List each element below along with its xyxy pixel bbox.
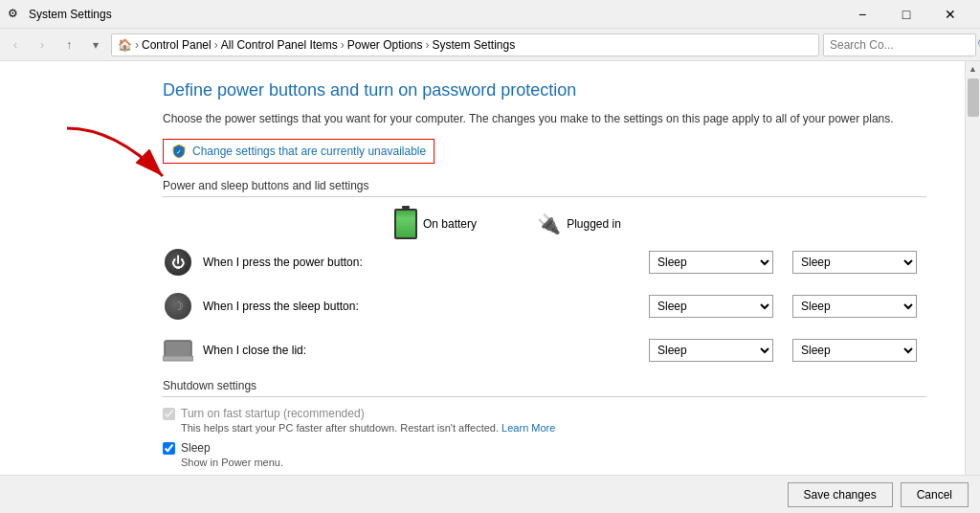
plug-icon: 🔌 (537, 212, 561, 235)
window-icon: ⚙ (8, 7, 23, 22)
sleep-plugged-dropdown[interactable]: Sleep Hibernate Shut down Do nothing (792, 295, 917, 318)
fast-startup-checkbox[interactable] (163, 408, 175, 420)
sleep-button-icon: ☽ (163, 291, 193, 322)
sleep-battery-dropdown[interactable]: Sleep Hibernate Shut down Do nothing (649, 295, 773, 318)
bottom-bar: Save changes Cancel (0, 475, 980, 513)
content-area: Define power buttons and turn on passwor… (0, 61, 965, 513)
lid-battery-cell: Sleep Hibernate Shut down Do nothing (639, 339, 783, 362)
scrollbar[interactable]: ▲ ▼ (965, 61, 980, 513)
plugged-in-header: 🔌 Plugged in (507, 209, 651, 239)
power-sleep-heading: Power and sleep buttons and lid settings (163, 179, 926, 197)
plugged-in-label: Plugged in (567, 217, 621, 231)
title-bar: ⚙ System Settings − □ ✕ (0, 0, 980, 29)
power-battery-cell: Sleep Hibernate Shut down Do nothing (639, 251, 783, 274)
power-plugged-cell: Sleep Hibernate Shut down Do nothing (783, 251, 926, 274)
sleep-plugged-cell: Sleep Hibernate Shut down Do nothing (783, 295, 926, 318)
laptop-lid-icon (163, 337, 193, 364)
breadcrumb-system-settings: System Settings (432, 38, 515, 52)
recent-button[interactable]: ▾ (84, 33, 107, 56)
breadcrumb: 🏠 › Control Panel › All Control Panel It… (111, 33, 819, 56)
sleep-shutdown-label: Sleep (181, 441, 211, 455)
lid-plugged-dropdown[interactable]: Sleep Hibernate Shut down Do nothing (792, 339, 917, 362)
learn-more-link[interactable]: Learn More (501, 422, 555, 434)
power-plugged-dropdown[interactable]: Sleep Hibernate Shut down Do nothing (792, 251, 917, 274)
breadcrumb-icon: 🏠 (118, 38, 132, 52)
scroll-up-arrow[interactable]: ▲ (966, 61, 981, 77)
close-button[interactable]: ✕ (928, 0, 972, 29)
arrow-annotation (57, 119, 182, 195)
lid-battery-dropdown[interactable]: Sleep Hibernate Shut down Do nothing (649, 339, 773, 362)
up-button[interactable]: ↑ (57, 33, 80, 56)
cancel-button[interactable]: Cancel (901, 482, 969, 507)
power-icon: ⏻ (165, 249, 191, 276)
sleep-subtext: Show in Power menu. (181, 457, 926, 468)
scroll-thumb[interactable] (968, 78, 979, 117)
back-button[interactable]: ‹ (4, 33, 27, 56)
sleep-icon: ☽ (165, 293, 191, 320)
fast-startup-label: Turn on fast startup (recommended) (181, 407, 365, 420)
forward-button[interactable]: › (31, 33, 54, 56)
sleep-button-row: ☽ When I press the sleep button: Sleep H… (163, 291, 926, 322)
shutdown-heading: Shutdown settings (163, 379, 926, 397)
power-button-row: ⏻ When I press the power button: Sleep H… (163, 247, 926, 278)
sleep-checkbox[interactable] (163, 442, 175, 455)
lid-plugged-cell: Sleep Hibernate Shut down Do nothing (783, 339, 926, 362)
svg-rect-3 (163, 356, 193, 361)
fast-startup-group: Turn on fast startup (recommended) This … (163, 407, 926, 434)
lid-icon-container (163, 335, 193, 366)
power-battery-dropdown[interactable]: Sleep Hibernate Shut down Do nothing (649, 251, 773, 274)
change-settings-text: Change settings that are currently unava… (192, 145, 426, 158)
search-box[interactable]: 🔍 (823, 33, 976, 56)
battery-icon (394, 209, 417, 239)
power-button-icon: ⏻ (163, 247, 193, 278)
minimize-button[interactable]: − (840, 0, 884, 29)
page-description: Choose the power settings that you want … (163, 110, 926, 127)
breadcrumb-power-options: Power Options (347, 38, 423, 52)
on-battery-label: On battery (423, 217, 477, 231)
search-input[interactable] (830, 38, 973, 52)
page-title: Define power buttons and turn on passwor… (163, 80, 926, 100)
restore-button[interactable]: □ (884, 0, 928, 29)
lid-row: When I close the lid: Sleep Hibernate Sh… (163, 335, 926, 366)
power-button-label: When I press the power button: (203, 256, 639, 269)
sleep-group: Sleep Show in Power menu. (163, 441, 926, 468)
breadcrumb-all-items: All Control Panel Items (221, 38, 338, 52)
lid-label: When I close the lid: (203, 344, 639, 357)
main-content: Define power buttons and turn on passwor… (0, 61, 980, 513)
svg-rect-2 (165, 341, 191, 358)
column-headers: On battery 🔌 Plugged in (364, 209, 926, 239)
fast-startup-row: Turn on fast startup (recommended) (163, 407, 926, 420)
fast-startup-subtext: This helps start your PC faster after sh… (181, 422, 926, 434)
sleep-button-label: When I press the sleep button: (203, 300, 639, 313)
save-changes-button[interactable]: Save changes (788, 482, 893, 507)
address-bar: ‹ › ↑ ▾ 🏠 › Control Panel › All Control … (0, 29, 980, 61)
change-settings-link[interactable]: ✓ Change settings that are currently una… (163, 139, 434, 164)
breadcrumb-control-panel: Control Panel (142, 38, 212, 52)
window-controls: − □ ✕ (840, 0, 972, 29)
sleep-battery-cell: Sleep Hibernate Shut down Do nothing (639, 295, 783, 318)
on-battery-header: On battery (364, 209, 507, 239)
window-title: System Settings (29, 8, 840, 21)
sleep-shutdown-row: Sleep (163, 441, 926, 455)
